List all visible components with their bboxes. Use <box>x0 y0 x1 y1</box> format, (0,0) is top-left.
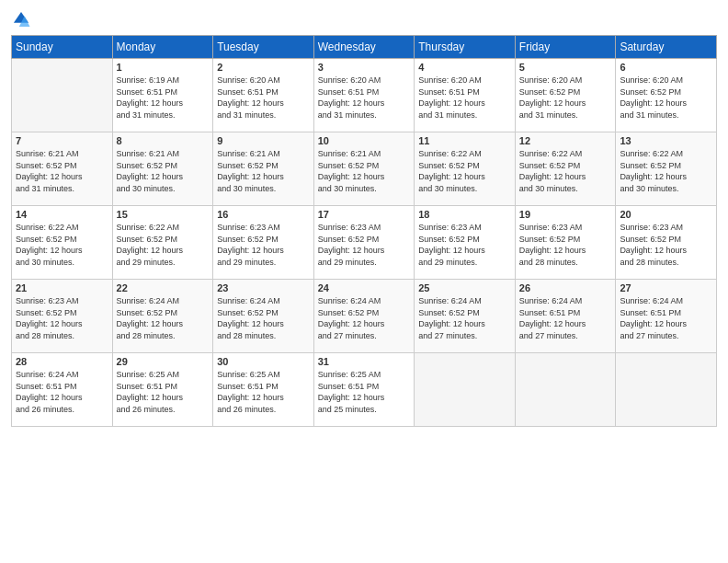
day-number: 21 <box>16 282 108 293</box>
day-number: 23 <box>217 282 310 293</box>
day-cell: 27Sunrise: 6:24 AM Sunset: 6:51 PM Dayli… <box>616 280 717 353</box>
calendar-table: SundayMondayTuesdayWednesdayThursdayFrid… <box>11 35 717 427</box>
day-number: 13 <box>620 135 712 146</box>
day-info: Sunrise: 6:23 AM Sunset: 6:52 PM Dayligh… <box>217 222 310 268</box>
day-cell: 10Sunrise: 6:21 AM Sunset: 6:52 PM Dayli… <box>313 132 415 206</box>
day-cell: 18Sunrise: 6:23 AM Sunset: 6:52 PM Dayli… <box>415 206 516 280</box>
day-info: Sunrise: 6:24 AM Sunset: 6:52 PM Dayligh… <box>318 295 411 341</box>
day-number: 26 <box>519 282 612 293</box>
day-number: 18 <box>418 209 511 220</box>
day-number: 20 <box>620 209 712 220</box>
day-info: Sunrise: 6:24 AM Sunset: 6:51 PM Dayligh… <box>16 369 108 415</box>
day-number: 10 <box>318 135 411 146</box>
day-cell: 31Sunrise: 6:25 AM Sunset: 6:51 PM Dayli… <box>313 353 415 427</box>
day-cell: 7Sunrise: 6:21 AM Sunset: 6:52 PM Daylig… <box>12 132 113 206</box>
day-number: 17 <box>318 209 411 220</box>
day-number: 12 <box>519 135 612 146</box>
day-cell: 26Sunrise: 6:24 AM Sunset: 6:51 PM Dayli… <box>515 280 616 353</box>
day-cell: 9Sunrise: 6:21 AM Sunset: 6:52 PM Daylig… <box>213 132 314 206</box>
day-number: 31 <box>318 356 411 367</box>
day-number: 15 <box>117 209 210 220</box>
day-number: 6 <box>620 62 712 73</box>
day-info: Sunrise: 6:23 AM Sunset: 6:52 PM Dayligh… <box>519 222 612 268</box>
day-info: Sunrise: 6:22 AM Sunset: 6:52 PM Dayligh… <box>117 222 210 268</box>
day-number: 28 <box>16 356 108 367</box>
day-info: Sunrise: 6:22 AM Sunset: 6:52 PM Dayligh… <box>16 222 108 268</box>
week-row-2: 7Sunrise: 6:21 AM Sunset: 6:52 PM Daylig… <box>12 132 717 206</box>
day-cell: 28Sunrise: 6:24 AM Sunset: 6:51 PM Dayli… <box>12 353 113 427</box>
day-number: 11 <box>418 135 511 146</box>
day-cell: 24Sunrise: 6:24 AM Sunset: 6:52 PM Dayli… <box>313 280 415 353</box>
day-number: 30 <box>217 356 310 367</box>
day-info: Sunrise: 6:22 AM Sunset: 6:52 PM Dayligh… <box>519 148 612 194</box>
day-info: Sunrise: 6:24 AM Sunset: 6:52 PM Dayligh… <box>117 295 210 341</box>
day-cell <box>616 353 717 427</box>
header <box>11 9 717 29</box>
day-info: Sunrise: 6:21 AM Sunset: 6:52 PM Dayligh… <box>117 148 210 194</box>
day-number: 25 <box>418 282 511 293</box>
day-number: 9 <box>217 135 310 146</box>
day-cell: 5Sunrise: 6:20 AM Sunset: 6:52 PM Daylig… <box>515 59 616 132</box>
day-cell: 21Sunrise: 6:23 AM Sunset: 6:52 PM Dayli… <box>12 280 113 353</box>
day-number: 2 <box>217 62 310 73</box>
day-info: Sunrise: 6:20 AM Sunset: 6:52 PM Dayligh… <box>620 75 712 121</box>
day-info: Sunrise: 6:23 AM Sunset: 6:52 PM Dayligh… <box>620 222 712 268</box>
day-info: Sunrise: 6:24 AM Sunset: 6:51 PM Dayligh… <box>620 295 712 341</box>
day-info: Sunrise: 6:22 AM Sunset: 6:52 PM Dayligh… <box>418 148 511 194</box>
day-info: Sunrise: 6:19 AM Sunset: 6:51 PM Dayligh… <box>117 75 210 121</box>
day-number: 16 <box>217 209 310 220</box>
col-header-friday: Friday <box>515 36 616 59</box>
day-cell: 29Sunrise: 6:25 AM Sunset: 6:51 PM Dayli… <box>112 353 213 427</box>
day-number: 8 <box>117 135 210 146</box>
day-info: Sunrise: 6:25 AM Sunset: 6:51 PM Dayligh… <box>217 369 310 415</box>
day-cell: 20Sunrise: 6:23 AM Sunset: 6:52 PM Dayli… <box>616 206 717 280</box>
day-cell: 12Sunrise: 6:22 AM Sunset: 6:52 PM Dayli… <box>515 132 616 206</box>
day-cell: 1Sunrise: 6:19 AM Sunset: 6:51 PM Daylig… <box>112 59 213 132</box>
day-info: Sunrise: 6:20 AM Sunset: 6:51 PM Dayligh… <box>418 75 511 121</box>
day-number: 7 <box>16 135 108 146</box>
day-cell <box>515 353 616 427</box>
day-cell: 19Sunrise: 6:23 AM Sunset: 6:52 PM Dayli… <box>515 206 616 280</box>
day-number: 27 <box>620 282 712 293</box>
col-header-monday: Monday <box>112 36 213 59</box>
day-cell: 13Sunrise: 6:22 AM Sunset: 6:52 PM Dayli… <box>616 132 717 206</box>
day-info: Sunrise: 6:22 AM Sunset: 6:52 PM Dayligh… <box>620 148 712 194</box>
col-header-tuesday: Tuesday <box>213 36 314 59</box>
day-cell: 22Sunrise: 6:24 AM Sunset: 6:52 PM Dayli… <box>112 280 213 353</box>
day-info: Sunrise: 6:24 AM Sunset: 6:52 PM Dayligh… <box>217 295 310 341</box>
day-info: Sunrise: 6:23 AM Sunset: 6:52 PM Dayligh… <box>418 222 511 268</box>
col-header-thursday: Thursday <box>415 36 516 59</box>
day-info: Sunrise: 6:25 AM Sunset: 6:51 PM Dayligh… <box>318 369 411 415</box>
day-cell: 11Sunrise: 6:22 AM Sunset: 6:52 PM Dayli… <box>415 132 516 206</box>
day-cell: 8Sunrise: 6:21 AM Sunset: 6:52 PM Daylig… <box>112 132 213 206</box>
day-cell: 3Sunrise: 6:20 AM Sunset: 6:51 PM Daylig… <box>313 59 415 132</box>
day-cell <box>12 59 113 132</box>
day-cell: 6Sunrise: 6:20 AM Sunset: 6:52 PM Daylig… <box>616 59 717 132</box>
day-number: 4 <box>418 62 511 73</box>
logo-icon <box>11 9 31 29</box>
header-row: SundayMondayTuesdayWednesdayThursdayFrid… <box>12 36 717 59</box>
day-info: Sunrise: 6:23 AM Sunset: 6:52 PM Dayligh… <box>318 222 411 268</box>
day-info: Sunrise: 6:20 AM Sunset: 6:51 PM Dayligh… <box>318 75 411 121</box>
week-row-5: 28Sunrise: 6:24 AM Sunset: 6:51 PM Dayli… <box>12 353 717 427</box>
day-number: 22 <box>117 282 210 293</box>
day-number: 24 <box>318 282 411 293</box>
page-container: SundayMondayTuesdayWednesdayThursdayFrid… <box>0 0 728 436</box>
col-header-wednesday: Wednesday <box>313 36 415 59</box>
week-row-1: 1Sunrise: 6:19 AM Sunset: 6:51 PM Daylig… <box>12 59 717 132</box>
day-cell <box>415 353 516 427</box>
day-info: Sunrise: 6:21 AM Sunset: 6:52 PM Dayligh… <box>16 148 108 194</box>
day-number: 19 <box>519 209 612 220</box>
day-info: Sunrise: 6:21 AM Sunset: 6:52 PM Dayligh… <box>217 148 310 194</box>
day-info: Sunrise: 6:25 AM Sunset: 6:51 PM Dayligh… <box>117 369 210 415</box>
day-info: Sunrise: 6:24 AM Sunset: 6:51 PM Dayligh… <box>519 295 612 341</box>
day-number: 14 <box>16 209 108 220</box>
day-cell: 14Sunrise: 6:22 AM Sunset: 6:52 PM Dayli… <box>12 206 113 280</box>
week-row-3: 14Sunrise: 6:22 AM Sunset: 6:52 PM Dayli… <box>12 206 717 280</box>
day-cell: 4Sunrise: 6:20 AM Sunset: 6:51 PM Daylig… <box>415 59 516 132</box>
day-cell: 25Sunrise: 6:24 AM Sunset: 6:52 PM Dayli… <box>415 280 516 353</box>
day-number: 5 <box>519 62 612 73</box>
logo <box>11 9 33 29</box>
day-info: Sunrise: 6:24 AM Sunset: 6:52 PM Dayligh… <box>418 295 511 341</box>
day-info: Sunrise: 6:23 AM Sunset: 6:52 PM Dayligh… <box>16 295 108 341</box>
